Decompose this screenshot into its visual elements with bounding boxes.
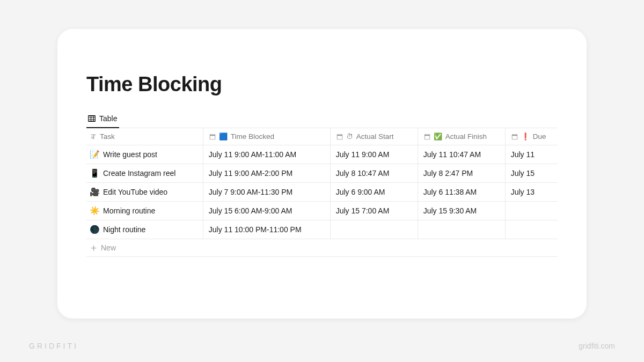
data-table: Task 🟦 Time Blocked [86, 128, 558, 239]
cell-actual-finish[interactable]: July 15 9:30 AM [418, 202, 505, 220]
task-name: Edit YouTube video [103, 188, 167, 196]
task-emoji: 🎥 [90, 187, 100, 197]
exclamation-emoji: ❗ [521, 132, 530, 141]
cell-time-blocked[interactable]: July 11 10:00 PM-11:00 PM [203, 220, 330, 239]
task-name: Write guest post [103, 150, 157, 159]
table-row[interactable]: 🌑Night routineJuly 11 10:00 PM-11:00 PM [86, 220, 558, 239]
page-title: Time Blocking [86, 73, 558, 96]
task-name: Morning routine [103, 206, 155, 215]
stopwatch-emoji: ⏱ [346, 132, 353, 141]
date-property-icon [336, 133, 343, 141]
table-row[interactable]: 📝Write guest postJuly 11 9:00 AM-11:00 A… [86, 145, 558, 164]
cell-due[interactable]: July 11 [505, 145, 558, 164]
task-name: Night routine [103, 225, 145, 234]
table-row[interactable]: 📱Create Instagram reelJuly 11 9:00 AM-2:… [86, 164, 558, 183]
cell-actual-start[interactable]: July 15 7:00 AM [330, 202, 418, 220]
task-emoji: 📱 [90, 168, 100, 178]
task-emoji: 📝 [90, 150, 100, 159]
page-card: Time Blocking Table Task [57, 29, 587, 319]
cell-actual-finish[interactable]: July 8 2:47 PM [418, 164, 505, 183]
table-row[interactable]: 🎥Edit YouTube videoJuly 7 9:00 AM-11:30 … [86, 183, 558, 202]
cell-time-blocked[interactable]: July 15 6:00 AM-9:00 AM [203, 202, 330, 220]
new-row-label: New [101, 243, 116, 252]
cell-due[interactable] [505, 220, 558, 239]
new-row-button[interactable]: New [86, 239, 558, 257]
cell-actual-start[interactable] [330, 220, 418, 239]
task-emoji: ☀️ [90, 206, 100, 216]
cell-actual-start[interactable]: July 11 9:00 AM [330, 145, 418, 164]
task-emoji: 🌑 [90, 225, 100, 234]
tab-label: Table [99, 114, 117, 123]
cell-actual-start[interactable]: July 8 10:47 AM [330, 164, 418, 183]
cell-due[interactable]: July 13 [505, 183, 558, 202]
table-icon [87, 114, 96, 123]
cell-due[interactable] [505, 202, 558, 220]
blue-square-emoji: 🟦 [219, 132, 228, 141]
table-header-row: Task 🟦 Time Blocked [86, 128, 558, 145]
footer-url: gridfiti.com [579, 342, 615, 350]
cell-actual-finish[interactable]: July 11 10:47 AM [418, 145, 505, 164]
cell-time-blocked[interactable]: July 11 9:00 AM-11:00 AM [203, 145, 330, 164]
cell-time-blocked[interactable]: July 7 9:00 AM-11:30 PM [203, 183, 330, 202]
cell-due[interactable]: July 15 [505, 164, 558, 183]
text-property-icon [90, 133, 97, 141]
tab-table[interactable]: Table [86, 111, 119, 128]
cell-time-blocked[interactable]: July 11 9:00 AM-2:00 PM [203, 164, 330, 183]
cell-actual-finish[interactable]: July 6 11:38 AM [418, 183, 505, 202]
column-header-task[interactable]: Task [86, 128, 203, 145]
task-name: Create Instagram reel [103, 169, 175, 178]
column-header-due[interactable]: ❗ Due [505, 128, 558, 145]
column-header-actual-finish[interactable]: ✅ Actual Finish [418, 128, 505, 145]
column-header-time-blocked[interactable]: 🟦 Time Blocked [203, 128, 330, 145]
date-property-icon [209, 133, 216, 141]
cell-actual-finish[interactable] [418, 220, 505, 239]
view-tabs: Table [86, 111, 558, 128]
footer-brand: GRIDFITI [29, 342, 78, 350]
date-property-icon [423, 133, 431, 141]
table-row[interactable]: ☀️Morning routineJuly 15 6:00 AM-9:00 AM… [86, 202, 558, 220]
column-header-actual-start[interactable]: ⏱ Actual Start [330, 128, 418, 145]
cell-actual-start[interactable]: July 6 9:00 AM [330, 183, 418, 202]
date-property-icon [511, 133, 518, 141]
check-emoji: ✅ [434, 132, 442, 141]
plus-icon [90, 244, 97, 252]
